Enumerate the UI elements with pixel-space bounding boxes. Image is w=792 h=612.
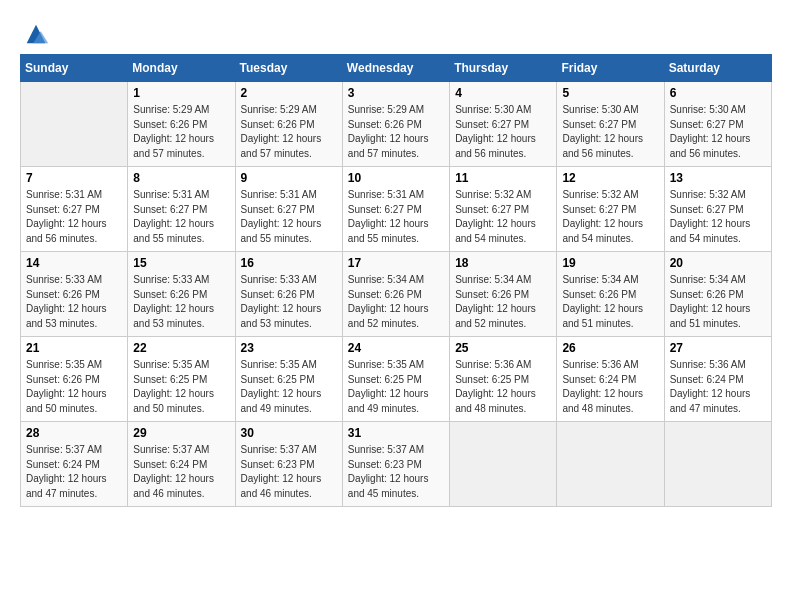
calendar-cell: 13Sunrise: 5:32 AM Sunset: 6:27 PM Dayli… — [664, 167, 771, 252]
calendar-cell: 6Sunrise: 5:30 AM Sunset: 6:27 PM Daylig… — [664, 82, 771, 167]
day-info: Sunrise: 5:33 AM Sunset: 6:26 PM Dayligh… — [26, 273, 122, 331]
calendar-cell: 5Sunrise: 5:30 AM Sunset: 6:27 PM Daylig… — [557, 82, 664, 167]
day-info: Sunrise: 5:35 AM Sunset: 6:25 PM Dayligh… — [133, 358, 229, 416]
calendar-cell: 31Sunrise: 5:37 AM Sunset: 6:23 PM Dayli… — [342, 422, 449, 507]
calendar-cell: 10Sunrise: 5:31 AM Sunset: 6:27 PM Dayli… — [342, 167, 449, 252]
calendar-cell: 24Sunrise: 5:35 AM Sunset: 6:25 PM Dayli… — [342, 337, 449, 422]
day-number: 27 — [670, 341, 766, 355]
calendar-cell: 27Sunrise: 5:36 AM Sunset: 6:24 PM Dayli… — [664, 337, 771, 422]
calendar-cell: 15Sunrise: 5:33 AM Sunset: 6:26 PM Dayli… — [128, 252, 235, 337]
day-number: 1 — [133, 86, 229, 100]
day-info: Sunrise: 5:37 AM Sunset: 6:24 PM Dayligh… — [133, 443, 229, 501]
day-number: 15 — [133, 256, 229, 270]
calendar-cell: 29Sunrise: 5:37 AM Sunset: 6:24 PM Dayli… — [128, 422, 235, 507]
day-number: 28 — [26, 426, 122, 440]
week-row-5: 28Sunrise: 5:37 AM Sunset: 6:24 PM Dayli… — [21, 422, 772, 507]
page-header — [20, 20, 772, 48]
header-row: SundayMondayTuesdayWednesdayThursdayFrid… — [21, 55, 772, 82]
header-sunday: Sunday — [21, 55, 128, 82]
header-wednesday: Wednesday — [342, 55, 449, 82]
day-info: Sunrise: 5:30 AM Sunset: 6:27 PM Dayligh… — [562, 103, 658, 161]
calendar-cell: 25Sunrise: 5:36 AM Sunset: 6:25 PM Dayli… — [450, 337, 557, 422]
calendar-cell: 12Sunrise: 5:32 AM Sunset: 6:27 PM Dayli… — [557, 167, 664, 252]
calendar-cell — [664, 422, 771, 507]
day-info: Sunrise: 5:34 AM Sunset: 6:26 PM Dayligh… — [562, 273, 658, 331]
day-info: Sunrise: 5:36 AM Sunset: 6:24 PM Dayligh… — [562, 358, 658, 416]
day-number: 19 — [562, 256, 658, 270]
day-info: Sunrise: 5:35 AM Sunset: 6:26 PM Dayligh… — [26, 358, 122, 416]
day-number: 13 — [670, 171, 766, 185]
day-number: 14 — [26, 256, 122, 270]
day-number: 22 — [133, 341, 229, 355]
day-number: 10 — [348, 171, 444, 185]
calendar-cell: 16Sunrise: 5:33 AM Sunset: 6:26 PM Dayli… — [235, 252, 342, 337]
day-number: 18 — [455, 256, 551, 270]
calendar-cell: 4Sunrise: 5:30 AM Sunset: 6:27 PM Daylig… — [450, 82, 557, 167]
day-info: Sunrise: 5:32 AM Sunset: 6:27 PM Dayligh… — [455, 188, 551, 246]
calendar-cell: 30Sunrise: 5:37 AM Sunset: 6:23 PM Dayli… — [235, 422, 342, 507]
day-number: 3 — [348, 86, 444, 100]
header-tuesday: Tuesday — [235, 55, 342, 82]
day-number: 30 — [241, 426, 337, 440]
day-info: Sunrise: 5:29 AM Sunset: 6:26 PM Dayligh… — [241, 103, 337, 161]
day-info: Sunrise: 5:29 AM Sunset: 6:26 PM Dayligh… — [133, 103, 229, 161]
day-info: Sunrise: 5:36 AM Sunset: 6:25 PM Dayligh… — [455, 358, 551, 416]
day-number: 21 — [26, 341, 122, 355]
day-number: 24 — [348, 341, 444, 355]
calendar-cell: 19Sunrise: 5:34 AM Sunset: 6:26 PM Dayli… — [557, 252, 664, 337]
calendar-cell: 26Sunrise: 5:36 AM Sunset: 6:24 PM Dayli… — [557, 337, 664, 422]
calendar-cell: 28Sunrise: 5:37 AM Sunset: 6:24 PM Dayli… — [21, 422, 128, 507]
day-number: 8 — [133, 171, 229, 185]
calendar-cell: 7Sunrise: 5:31 AM Sunset: 6:27 PM Daylig… — [21, 167, 128, 252]
day-info: Sunrise: 5:32 AM Sunset: 6:27 PM Dayligh… — [562, 188, 658, 246]
day-info: Sunrise: 5:31 AM Sunset: 6:27 PM Dayligh… — [241, 188, 337, 246]
header-friday: Friday — [557, 55, 664, 82]
calendar-cell: 1Sunrise: 5:29 AM Sunset: 6:26 PM Daylig… — [128, 82, 235, 167]
day-info: Sunrise: 5:35 AM Sunset: 6:25 PM Dayligh… — [348, 358, 444, 416]
logo — [20, 20, 50, 48]
day-number: 9 — [241, 171, 337, 185]
day-info: Sunrise: 5:37 AM Sunset: 6:24 PM Dayligh… — [26, 443, 122, 501]
calendar-cell: 9Sunrise: 5:31 AM Sunset: 6:27 PM Daylig… — [235, 167, 342, 252]
day-number: 26 — [562, 341, 658, 355]
logo-icon — [22, 20, 50, 48]
day-number: 20 — [670, 256, 766, 270]
day-number: 5 — [562, 86, 658, 100]
calendar-cell: 17Sunrise: 5:34 AM Sunset: 6:26 PM Dayli… — [342, 252, 449, 337]
day-info: Sunrise: 5:34 AM Sunset: 6:26 PM Dayligh… — [670, 273, 766, 331]
day-info: Sunrise: 5:36 AM Sunset: 6:24 PM Dayligh… — [670, 358, 766, 416]
day-number: 17 — [348, 256, 444, 270]
day-number: 4 — [455, 86, 551, 100]
day-info: Sunrise: 5:37 AM Sunset: 6:23 PM Dayligh… — [241, 443, 337, 501]
day-info: Sunrise: 5:32 AM Sunset: 6:27 PM Dayligh… — [670, 188, 766, 246]
week-row-1: 1Sunrise: 5:29 AM Sunset: 6:26 PM Daylig… — [21, 82, 772, 167]
calendar-cell: 2Sunrise: 5:29 AM Sunset: 6:26 PM Daylig… — [235, 82, 342, 167]
day-info: Sunrise: 5:34 AM Sunset: 6:26 PM Dayligh… — [348, 273, 444, 331]
calendar-cell: 23Sunrise: 5:35 AM Sunset: 6:25 PM Dayli… — [235, 337, 342, 422]
week-row-3: 14Sunrise: 5:33 AM Sunset: 6:26 PM Dayli… — [21, 252, 772, 337]
week-row-2: 7Sunrise: 5:31 AM Sunset: 6:27 PM Daylig… — [21, 167, 772, 252]
day-number: 6 — [670, 86, 766, 100]
day-info: Sunrise: 5:29 AM Sunset: 6:26 PM Dayligh… — [348, 103, 444, 161]
day-number: 16 — [241, 256, 337, 270]
day-number: 29 — [133, 426, 229, 440]
header-thursday: Thursday — [450, 55, 557, 82]
day-number: 11 — [455, 171, 551, 185]
calendar-cell — [557, 422, 664, 507]
day-info: Sunrise: 5:31 AM Sunset: 6:27 PM Dayligh… — [133, 188, 229, 246]
header-monday: Monday — [128, 55, 235, 82]
day-info: Sunrise: 5:31 AM Sunset: 6:27 PM Dayligh… — [348, 188, 444, 246]
calendar-cell: 8Sunrise: 5:31 AM Sunset: 6:27 PM Daylig… — [128, 167, 235, 252]
calendar-cell: 18Sunrise: 5:34 AM Sunset: 6:26 PM Dayli… — [450, 252, 557, 337]
day-number: 7 — [26, 171, 122, 185]
calendar-cell: 3Sunrise: 5:29 AM Sunset: 6:26 PM Daylig… — [342, 82, 449, 167]
header-saturday: Saturday — [664, 55, 771, 82]
day-number: 2 — [241, 86, 337, 100]
calendar-cell: 21Sunrise: 5:35 AM Sunset: 6:26 PM Dayli… — [21, 337, 128, 422]
calendar-cell — [21, 82, 128, 167]
calendar-cell: 11Sunrise: 5:32 AM Sunset: 6:27 PM Dayli… — [450, 167, 557, 252]
day-number: 25 — [455, 341, 551, 355]
day-number: 12 — [562, 171, 658, 185]
calendar-table: SundayMondayTuesdayWednesdayThursdayFrid… — [20, 54, 772, 507]
day-info: Sunrise: 5:30 AM Sunset: 6:27 PM Dayligh… — [670, 103, 766, 161]
